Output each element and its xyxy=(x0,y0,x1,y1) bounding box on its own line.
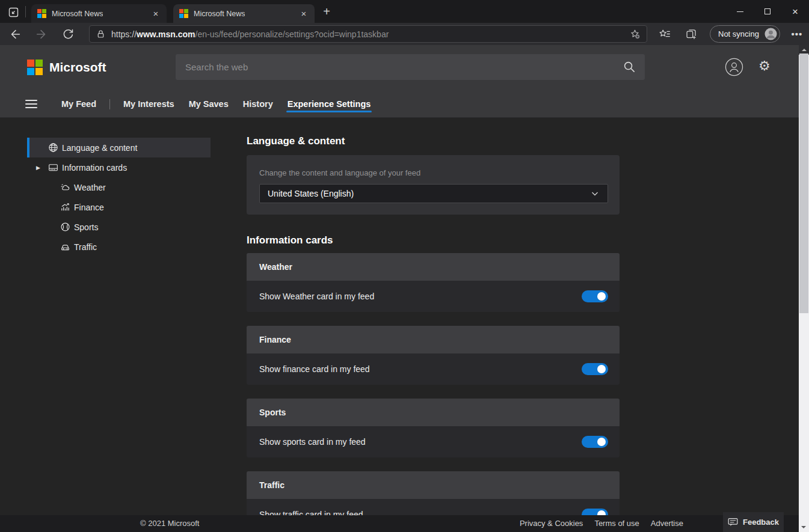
sidebar-item-finance[interactable]: Finance xyxy=(27,197,211,217)
sidebar-item-label: Sports xyxy=(74,222,98,232)
weather-toggle[interactable] xyxy=(582,290,608,302)
scroll-down-icon[interactable] xyxy=(801,526,806,528)
globe-icon xyxy=(48,142,62,153)
url-scheme: https:// xyxy=(111,29,137,39)
tab-title: Microsoft News xyxy=(194,10,245,18)
forward-button[interactable] xyxy=(34,26,49,42)
settings-and-more-button[interactable]: ••• xyxy=(789,26,805,43)
expand-triangle-icon[interactable]: ▶ xyxy=(36,165,48,171)
window-minimize-button[interactable] xyxy=(726,0,754,23)
nav-experience-settings[interactable]: Experience Settings xyxy=(286,91,372,117)
language-dropdown[interactable]: United States (English) xyxy=(259,184,608,203)
group-row: Show Weather card in my feed xyxy=(247,281,620,312)
vertical-tabs-icon xyxy=(8,7,19,17)
feedback-label: Feedback xyxy=(743,518,779,527)
window-maximize-button[interactable] xyxy=(754,0,781,23)
browser-toolbar: https://www.msn.com/en-us/feed/personali… xyxy=(0,23,809,45)
language-dropdown-value: United States (English) xyxy=(268,189,354,198)
sync-status-label: Not syncing xyxy=(718,29,759,38)
gear-icon: ⚙ xyxy=(758,58,771,73)
group-title: Sports xyxy=(259,408,286,417)
terms-of-use-link[interactable]: Terms of use xyxy=(594,519,639,528)
close-icon: × xyxy=(792,7,798,17)
advertise-link[interactable]: Advertise xyxy=(651,519,683,528)
page-footer: © 2021 Microsoft Privacy & Cookies Terms… xyxy=(0,515,809,532)
sidebar-item-language-content[interactable]: Language & content xyxy=(27,138,211,157)
sync-profile-button[interactable]: Not syncing xyxy=(710,25,780,43)
new-tab-button[interactable]: + xyxy=(319,4,334,19)
favorites-button[interactable] xyxy=(656,26,673,43)
search-input[interactable] xyxy=(176,62,614,72)
feedback-button[interactable]: Feedback xyxy=(723,512,784,532)
nav-my-saves[interactable]: My Saves xyxy=(188,91,230,117)
tab-close-icon[interactable]: × xyxy=(150,8,161,19)
back-button[interactable] xyxy=(7,26,23,42)
copyright-text: © 2021 Microsoft xyxy=(140,519,199,528)
sidebar-item-sports[interactable]: Sports xyxy=(27,217,211,237)
group-header: Finance xyxy=(247,326,620,353)
scroll-up-icon xyxy=(802,49,807,51)
tab-close-icon[interactable]: × xyxy=(298,8,309,19)
forward-arrow-icon xyxy=(35,28,48,41)
tab-microsoft-news-2[interactable]: Microsoft News × xyxy=(173,4,315,23)
microsoft-logo-icon xyxy=(27,60,43,75)
finance-icon xyxy=(60,202,74,212)
url-host: www.msn.com xyxy=(137,29,195,39)
msn-nav: My Feed My Interests My Saves History Ex… xyxy=(25,90,372,118)
window-close-button[interactable]: × xyxy=(781,0,809,23)
page-settings-button[interactable]: ⚙ xyxy=(758,60,771,73)
person-icon xyxy=(725,58,743,76)
url-path: /en-us/feed/personalize/settings?ocid=wi… xyxy=(195,29,389,39)
chevron-down-icon xyxy=(590,189,600,198)
favorites-star-icon xyxy=(658,28,671,41)
language-card-label: Change the content and language of your … xyxy=(259,168,420,177)
privacy-cookies-link[interactable]: Privacy & Cookies xyxy=(520,519,583,528)
sidebar-item-information-cards[interactable]: ▶ Information cards xyxy=(27,157,211,177)
account-button[interactable] xyxy=(725,58,743,76)
tab-title: Microsoft News xyxy=(52,10,103,18)
finance-toggle[interactable] xyxy=(582,363,608,375)
sidebar-item-label: Information cards xyxy=(62,163,127,173)
search-button[interactable] xyxy=(614,54,645,80)
sports-toggle[interactable] xyxy=(582,436,608,448)
microsoft-brand[interactable]: Microsoft xyxy=(27,60,106,75)
minimize-icon xyxy=(737,11,743,12)
microsoft-favicon xyxy=(179,9,188,18)
sidebar-item-label: Language & content xyxy=(62,143,137,153)
maximize-icon xyxy=(764,8,771,14)
page-scrollbar[interactable] xyxy=(799,45,809,532)
url-text: https://www.msn.com/en-us/feed/personali… xyxy=(111,29,627,39)
browser-window: Microsoft News × Microsoft News × + × xyxy=(0,0,809,532)
toggle-knob xyxy=(597,365,606,373)
group-row: Show sports card in my feed xyxy=(247,426,620,457)
reload-button[interactable] xyxy=(60,26,76,42)
sidebar-item-traffic[interactable]: Traffic xyxy=(27,237,211,257)
sidebar-item-weather[interactable]: Weather xyxy=(27,177,211,197)
menu-button[interactable] xyxy=(25,100,37,108)
info-cards-icon xyxy=(48,162,62,173)
nav-my-interests[interactable]: My Interests xyxy=(122,91,176,117)
collections-icon xyxy=(685,28,698,40)
sports-icon xyxy=(60,222,74,232)
settings-main: Language & content Change the content an… xyxy=(247,135,620,530)
group-header: Sports xyxy=(247,399,620,426)
traffic-icon xyxy=(60,242,74,252)
address-bar[interactable]: https://www.msn.com/en-us/feed/personali… xyxy=(89,25,647,43)
titlebar: Microsoft News × Microsoft News × + × xyxy=(0,0,809,23)
language-card: Change the content and language of your … xyxy=(247,155,620,215)
feedback-bubble-icon xyxy=(728,518,738,527)
row-label: Show Weather card in my feed xyxy=(259,292,374,301)
scrollbar-thumb[interactable] xyxy=(799,54,808,313)
msn-header: Microsoft ⚙ My Feed My Interests xyxy=(0,45,809,118)
nav-history[interactable]: History xyxy=(242,91,274,117)
add-favorite-button[interactable] xyxy=(627,27,642,41)
web-search-box[interactable] xyxy=(176,54,645,80)
group-header: Traffic xyxy=(247,471,620,499)
tab-actions-menu-button[interactable] xyxy=(7,5,20,19)
collections-button[interactable] xyxy=(683,26,700,43)
weather-icon xyxy=(60,182,74,192)
microsoft-favicon xyxy=(37,9,46,18)
cards-section-heading: Information cards xyxy=(247,234,620,246)
nav-my-feed[interactable]: My Feed xyxy=(60,91,97,117)
tab-microsoft-news-1[interactable]: Microsoft News × xyxy=(31,4,167,23)
